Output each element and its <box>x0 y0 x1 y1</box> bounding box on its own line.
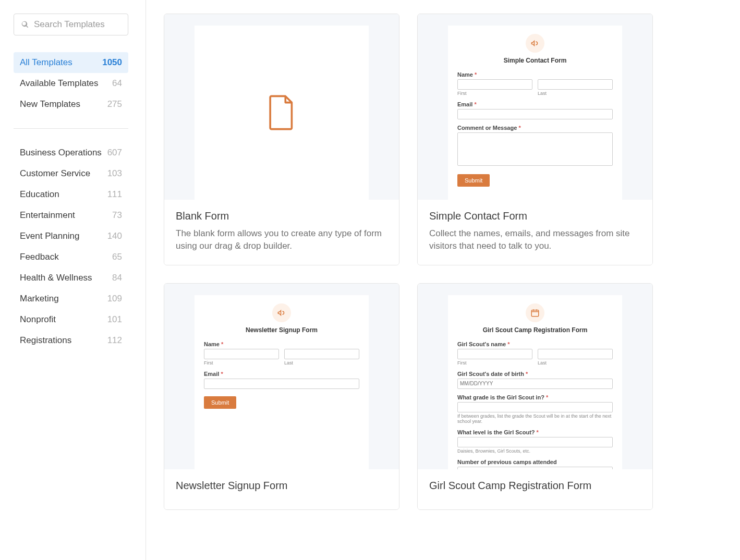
category-nonprofit[interactable]: Nonprofit 101 <box>14 309 128 330</box>
sub-label: First <box>204 360 279 366</box>
card-title: Girl Scout Camp Registration Form <box>429 480 641 492</box>
calendar-icon <box>526 303 544 322</box>
category-count: 103 <box>107 168 122 179</box>
sub-label: First <box>457 91 532 96</box>
category-count: 607 <box>107 148 122 158</box>
template-preview: Simple Contact Form Name * First Last Em… <box>418 14 652 200</box>
category-count: 112 <box>107 335 122 346</box>
card-body: Newsletter Signup Form <box>164 469 399 509</box>
email-input <box>204 379 359 389</box>
template-card-girlscout[interactable]: Girl Scout Camp Registration Form Girl S… <box>417 283 653 510</box>
megaphone-icon <box>526 34 544 53</box>
category-count: 84 <box>112 273 122 283</box>
filter-label: Available Templates <box>20 78 99 89</box>
grade-input <box>457 402 613 412</box>
category-label: Business Operations <box>20 148 102 158</box>
category-count: 109 <box>107 294 122 304</box>
category-label: Feedback <box>20 252 59 262</box>
search-icon <box>21 20 29 29</box>
search-box[interactable] <box>14 14 128 35</box>
card-title: Newsletter Signup Form <box>176 480 387 492</box>
last-name-input <box>284 349 359 359</box>
category-label: Education <box>20 189 59 200</box>
category-count: 65 <box>112 252 122 262</box>
card-title: Simple Contact Form <box>429 210 641 222</box>
megaphone-icon <box>272 303 291 322</box>
preview-inner: Girl Scout Camp Registration Form Girl S… <box>448 295 622 469</box>
sub-label: First <box>457 360 532 366</box>
filter-new-templates[interactable]: New Templates 275 <box>14 94 128 115</box>
category-label: Nonprofit <box>20 314 56 325</box>
level-input <box>457 437 613 447</box>
category-event-planning[interactable]: Event Planning 140 <box>14 226 128 247</box>
field-label: Name * <box>204 341 359 347</box>
field-label: Number of previous camps attended <box>457 459 613 465</box>
category-label: Event Planning <box>20 231 79 241</box>
sub-label: Last <box>538 360 613 366</box>
preview-inner: Simple Contact Form Name * First Last Em… <box>448 26 622 200</box>
search-input[interactable] <box>34 19 120 30</box>
card-body: Girl Scout Camp Registration Form <box>418 469 652 509</box>
category-label: Entertainment <box>20 210 75 221</box>
template-card-blank[interactable]: Blank Form The blank form allows you to … <box>164 14 399 265</box>
main-content: Blank Form The blank form allows you to … <box>146 0 740 560</box>
category-education[interactable]: Education 111 <box>14 184 128 205</box>
category-customer-service[interactable]: Customer Service 103 <box>14 163 128 184</box>
submit-button: Submit <box>204 396 236 409</box>
field-label: What level is the Girl Scout? * <box>457 429 613 435</box>
field-hint: If between grades, list the grade the Sc… <box>457 413 613 424</box>
filter-list: All Templates 1050 Available Templates 6… <box>14 52 128 115</box>
preview-heading: Simple Contact Form <box>457 57 613 64</box>
category-count: 140 <box>107 231 122 241</box>
card-body: Simple Contact Form Collect the names, e… <box>418 200 652 265</box>
field-hint: Daisies, Brownies, Girl Scouts, etc. <box>457 448 613 454</box>
template-card-contact[interactable]: Simple Contact Form Name * First Last Em… <box>417 14 653 265</box>
field-label: Comment or Message * <box>457 125 613 131</box>
field-label: Girl Scout's date of birth * <box>457 371 613 377</box>
first-name-input <box>204 349 279 359</box>
sidebar: All Templates 1050 Available Templates 6… <box>0 0 146 560</box>
category-feedback[interactable]: Feedback 65 <box>14 247 128 267</box>
card-body: Blank Form The blank form allows you to … <box>164 200 399 265</box>
first-name-input <box>457 79 532 90</box>
preview-heading: Girl Scout Camp Registration Form <box>457 326 613 334</box>
preview-heading: Newsletter Signup Form <box>204 326 359 334</box>
template-preview: Girl Scout Camp Registration Form Girl S… <box>418 284 652 469</box>
preview-inner <box>195 26 369 200</box>
filter-available-templates[interactable]: Available Templates 64 <box>14 73 128 94</box>
category-label: Customer Service <box>20 168 90 179</box>
first-name-input <box>457 349 532 359</box>
category-marketing[interactable]: Marketing 109 <box>14 288 128 309</box>
preview-inner: Newsletter Signup Form Name * First Last… <box>195 295 369 469</box>
sub-label: Last <box>538 91 613 96</box>
template-card-newsletter[interactable]: Newsletter Signup Form Name * First Last… <box>164 283 399 510</box>
field-label: Email * <box>204 371 359 377</box>
dob-input <box>457 379 613 389</box>
filter-count: 275 <box>107 99 122 109</box>
camps-input <box>457 467 613 469</box>
card-title: Blank Form <box>176 210 387 222</box>
card-description: Collect the names, emails, and messages … <box>429 227 641 252</box>
category-business-operations[interactable]: Business Operations 607 <box>14 142 128 163</box>
comment-textarea <box>457 132 613 166</box>
field-label: What grade is the Girl Scout in? * <box>457 394 613 400</box>
card-description: The blank form allows you to create any … <box>176 227 387 252</box>
category-entertainment[interactable]: Entertainment 73 <box>14 205 128 226</box>
field-label: Girl Scout's name * <box>457 341 613 347</box>
category-count: 73 <box>112 210 122 221</box>
last-name-input <box>538 79 613 90</box>
field-label: Name * <box>457 71 613 78</box>
filter-count: 1050 <box>102 57 122 68</box>
template-preview: Newsletter Signup Form Name * First Last… <box>164 284 399 469</box>
filter-count: 64 <box>112 78 122 89</box>
submit-button: Submit <box>457 174 490 187</box>
sub-label: Last <box>284 360 359 366</box>
template-preview <box>164 14 399 200</box>
field-label: Email * <box>457 101 613 107</box>
category-registrations[interactable]: Registrations 112 <box>14 330 128 351</box>
category-list: Business Operations 607 Customer Service… <box>14 142 128 351</box>
template-grid: Blank Form The blank form allows you to … <box>164 14 740 510</box>
category-label: Health & Wellness <box>20 273 92 283</box>
category-health-wellness[interactable]: Health & Wellness 84 <box>14 267 128 288</box>
filter-all-templates[interactable]: All Templates 1050 <box>14 52 128 73</box>
